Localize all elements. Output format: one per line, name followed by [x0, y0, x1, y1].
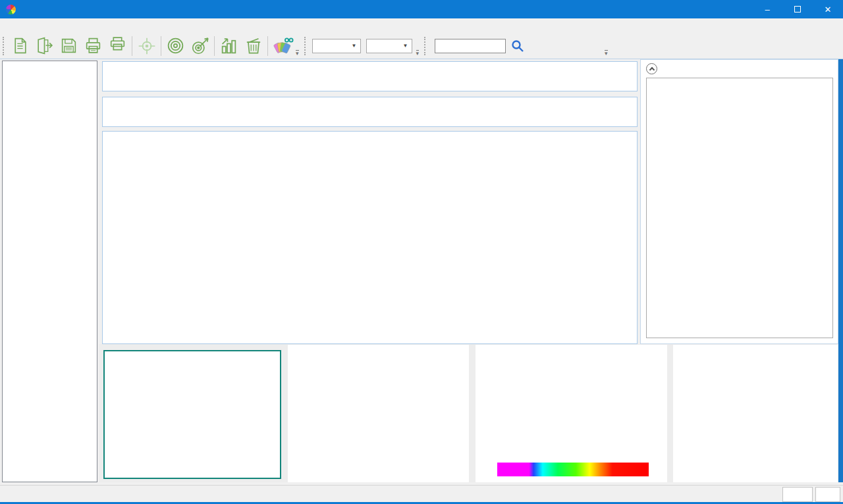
- toolbar-overflow-icon[interactable]: ▾: [416, 50, 420, 57]
- search-input[interactable]: [435, 39, 506, 53]
- app-logo-icon: [6, 5, 16, 14]
- reflectance-panel[interactable]: [476, 345, 667, 482]
- measure-sample-button[interactable]: [188, 34, 212, 58]
- auto-button[interactable]: [782, 487, 813, 502]
- save-button[interactable]: [57, 34, 81, 58]
- print-word-button[interactable]: [105, 34, 130, 58]
- status-bar: [0, 485, 843, 504]
- calibration-button[interactable]: [134, 34, 159, 58]
- spectrum-bar: [497, 463, 649, 476]
- chevron-up-icon: [649, 67, 654, 72]
- illuminant-combo[interactable]: ▼: [366, 39, 412, 53]
- maximize-button[interactable]: [782, 0, 813, 18]
- toolbar: ▾ ▼ ▼ ▾ ▾: [0, 33, 843, 59]
- toolbar-grip[interactable]: [3, 37, 5, 55]
- title-bar: – ✕: [0, 0, 843, 18]
- chevron-down-icon: ▼: [352, 43, 357, 49]
- toolbar-grip[interactable]: [424, 37, 426, 55]
- sample-tree: [2, 61, 97, 482]
- new-document-icon: [11, 36, 30, 55]
- toolbar-separator: [132, 36, 132, 56]
- close-button[interactable]: ✕: [813, 0, 843, 18]
- toolbar-separator: [267, 36, 268, 56]
- color-card-search-icon: [271, 36, 294, 57]
- reflectance-chart: [476, 345, 667, 462]
- save-icon: [59, 36, 78, 55]
- color-difference-panel: [640, 59, 838, 344]
- print-button[interactable]: [81, 34, 105, 58]
- tolerance-grid: [102, 61, 638, 91]
- export-button[interactable]: [32, 34, 57, 58]
- statistics-button[interactable]: [217, 34, 241, 58]
- print-icon: [84, 36, 103, 55]
- toolbar-separator: [214, 36, 215, 56]
- app-window: – ✕: [0, 0, 843, 504]
- export-icon: [35, 36, 54, 55]
- color-difference-box: [646, 78, 833, 338]
- trash-icon: [244, 36, 263, 56]
- calibration-target-icon: [137, 36, 157, 56]
- delta-e-line-chart: [288, 345, 469, 482]
- statistics-chart-icon: [219, 36, 238, 55]
- measure-sample-icon: [190, 36, 210, 56]
- search-icon[interactable]: [510, 38, 526, 54]
- minimize-button[interactable]: –: [752, 0, 782, 18]
- delta-ab-scatter-panel[interactable]: [103, 350, 281, 479]
- toolbar-overflow-icon[interactable]: ▾: [296, 50, 299, 57]
- delta-e-trend-panel[interactable]: [288, 345, 469, 482]
- menu-bar: [0, 18, 843, 33]
- toolbar-overflow-icon[interactable]: ▾: [605, 50, 608, 57]
- measure-standard-button[interactable]: [163, 34, 188, 58]
- charts-area: [99, 344, 838, 482]
- toolbar-separator: [161, 36, 161, 56]
- delete-button[interactable]: [241, 34, 265, 58]
- color-gamut-panel[interactable]: [673, 345, 838, 482]
- chevron-down-icon: ▼: [403, 43, 408, 49]
- toolbar-grip[interactable]: [304, 37, 306, 55]
- print-word-icon: [107, 36, 128, 56]
- mode-combo[interactable]: ▼: [312, 39, 361, 53]
- dock-edge[interactable]: [838, 59, 843, 482]
- maximize-icon: [794, 6, 801, 13]
- collapse-panel-button[interactable]: [646, 63, 657, 74]
- new-document-button[interactable]: [8, 34, 32, 58]
- color-card-search-button[interactable]: [270, 34, 294, 58]
- samples-grid: [102, 131, 638, 344]
- delta-ab-scatter-chart: [105, 351, 280, 478]
- measure-standard-icon: [165, 36, 186, 56]
- status-blank-box: [815, 487, 840, 502]
- standard-grid: [102, 97, 638, 127]
